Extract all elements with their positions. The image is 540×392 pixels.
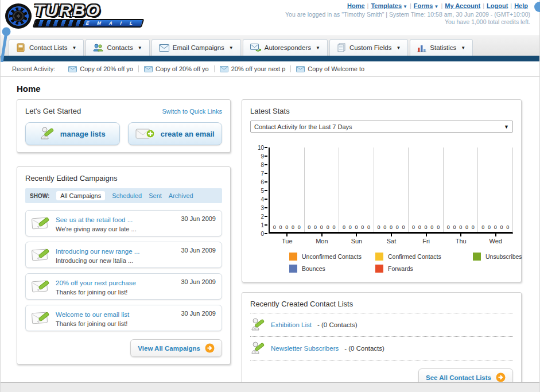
top-link-logout[interactable]: Logout	[487, 2, 508, 9]
envelope-icon	[296, 66, 305, 72]
envelope-pencil-icon	[32, 279, 50, 294]
chart-plot-area: 00000000000000000000000000000000000	[269, 148, 513, 234]
dropdown-caret-icon: ▼	[316, 45, 320, 51]
campaign-title-link[interactable]: 20% off your next purchase	[56, 280, 136, 286]
chart-legend: Unconfirmed ContactsConfirmed ContactsUn…	[289, 253, 513, 273]
dropdown-caret-icon: ▼	[138, 45, 142, 51]
dropdown-caret-icon: ▼	[461, 45, 465, 51]
y-tick-mark	[265, 233, 267, 234]
switch-quick-links-link[interactable]: Switch to Quick Links	[162, 108, 222, 115]
legend-label: Bounces	[302, 265, 325, 272]
recent-activity-item[interactable]: Copy of 20% off yo	[63, 65, 138, 72]
filter-scheduled[interactable]: Scheduled	[112, 192, 142, 199]
separator: |	[410, 2, 411, 9]
x-tick-label: Thu	[444, 234, 479, 244]
y-tick-mark	[265, 216, 267, 217]
recent-activity-bar: Recent Activity: Copy of 20% off yoCopy …	[1, 61, 539, 77]
app-logo: TURBO E M A I L	[5, 2, 160, 29]
top-link-templates[interactable]: Templates▼	[371, 2, 407, 9]
data-value: 0	[332, 224, 335, 230]
zero-value-labels: 00000	[374, 224, 409, 230]
data-value: 0	[453, 224, 456, 230]
top-link-my-account[interactable]: My Account	[445, 2, 480, 9]
tab-custom-fields[interactable]: Custom Fields▼	[329, 39, 408, 56]
tab-statistics[interactable]: Statistics▼	[410, 39, 473, 56]
chart-group-sun: 00000	[339, 148, 374, 232]
tab-label: Statistics	[430, 44, 456, 51]
separator: |	[483, 2, 484, 9]
top-link-home[interactable]: Home	[347, 2, 365, 9]
tab-email-campaigns[interactable]: Email Campaigns▼	[151, 39, 241, 56]
manage-lists-button[interactable]: manage lists	[25, 122, 120, 145]
view-all-campaigns-button[interactable]: View All Campaigns	[130, 339, 222, 357]
main-content: Home Let's Get Started Switch to Quick L…	[1, 77, 539, 383]
campaign-date: 30 Jun 2009	[181, 310, 216, 317]
dropdown-caret-icon: ▼	[396, 45, 401, 51]
data-value: 0	[402, 224, 405, 230]
contacts-icon	[93, 43, 103, 52]
campaign-title-link[interactable]: See us at the retail food ...	[56, 216, 133, 223]
tab-autoresponders[interactable]: Autoresponders▼	[243, 39, 328, 56]
envelope-pencil-icon	[32, 311, 50, 325]
filter-all-campaigns[interactable]: All Campaigns	[56, 191, 105, 200]
see-all-contact-lists-button[interactable]: See All Contact Lists	[418, 368, 513, 383]
logo-email-bar: E M A I L	[33, 19, 145, 28]
recent-activity-item[interactable]: Copy of Welcome to	[290, 65, 370, 72]
filter-sent[interactable]: Sent	[149, 192, 162, 199]
contact-list-link[interactable]: Exhibition List	[271, 321, 312, 328]
recent-activity-item[interactable]: 20% off your next p	[214, 65, 291, 72]
contact-list-row: Newsletter Subscribers - (0 Contacts)	[250, 336, 513, 360]
data-value: 0	[425, 224, 428, 230]
x-tick-label: Sat	[374, 234, 409, 244]
credits-info: You have 1,000 total credits left.	[285, 18, 530, 25]
chart-group-fri: 00000	[409, 148, 444, 232]
x-tick-label: Mon	[305, 234, 340, 244]
data-value: 0	[472, 224, 475, 230]
contact-list-link[interactable]: Newsletter Subscribers	[271, 345, 339, 352]
envelope-plus-icon	[135, 127, 155, 140]
campaign-title-link[interactable]: Welcome to our email list	[56, 311, 129, 318]
campaign-text: Introducing our new range ...Introducing…	[56, 246, 175, 264]
turbo-turbine-icon	[5, 3, 32, 29]
recent-activity-item[interactable]: Copy of 20% off yo	[138, 65, 214, 72]
data-value: 0	[279, 224, 282, 230]
top-link-forms[interactable]: Forms▼	[414, 2, 439, 9]
y-tick-mark	[265, 199, 267, 200]
y-tick-label: 5	[261, 188, 264, 194]
tab-contact-lists[interactable]: Contact Lists▼	[9, 39, 84, 56]
data-value: 0	[273, 224, 276, 230]
contact-lists-panel: Recently Created Contact Lists Exhibitio…	[242, 292, 522, 383]
campaign-card: Introducing our new range ...Introducing…	[25, 242, 222, 268]
dropdown-caret-icon: ▼	[72, 45, 76, 51]
legend-item-bounces: Bounces	[289, 265, 375, 273]
help-balloon-icon	[534, 2, 540, 12]
recent-activity-text: Copy of 20% off yo	[156, 65, 209, 72]
legend-swatch	[289, 253, 297, 261]
legend-swatch	[289, 265, 297, 273]
stats-period-dropdown[interactable]: Contact Activity for the Last 7 Days ▼	[250, 121, 513, 133]
y-tick-label: 4	[261, 196, 264, 203]
y-tick-label: 9	[261, 153, 264, 160]
latest-stats-panel: Latest Stats Contact Activity for the La…	[242, 99, 522, 282]
top-link-help[interactable]: Help	[514, 2, 528, 9]
data-value: 0	[459, 224, 462, 230]
person-pencil-icon	[250, 317, 265, 332]
y-tick-label: 1	[261, 222, 264, 228]
latest-stats-title: Latest Stats	[250, 107, 513, 115]
create-an-email-button[interactable]: create an email	[128, 122, 223, 145]
chart-group-tue: 00000	[270, 148, 305, 232]
data-value: 0	[343, 224, 345, 230]
stats-dropdown-value: Contact Activity for the Last 7 Days	[254, 123, 352, 130]
campaign-title-link[interactable]: Introducing our new range ...	[56, 248, 139, 255]
y-tick-label: 8	[261, 162, 264, 168]
tab-contacts[interactable]: Contacts▼	[86, 39, 149, 56]
y-tick-label: 10	[258, 145, 264, 151]
page-title: Home	[17, 84, 522, 94]
campaign-subtitle: We're giving away our late ...	[56, 226, 175, 232]
data-value: 0	[494, 224, 497, 230]
legend-item-unconfirmed-contacts: Unconfirmed Contacts	[289, 253, 375, 261]
tab-label: Custom Fields	[349, 44, 392, 51]
filter-archived[interactable]: Archived	[169, 192, 193, 199]
arrow-circle-icon	[496, 372, 506, 382]
envelope-pencil-icon	[32, 247, 50, 262]
